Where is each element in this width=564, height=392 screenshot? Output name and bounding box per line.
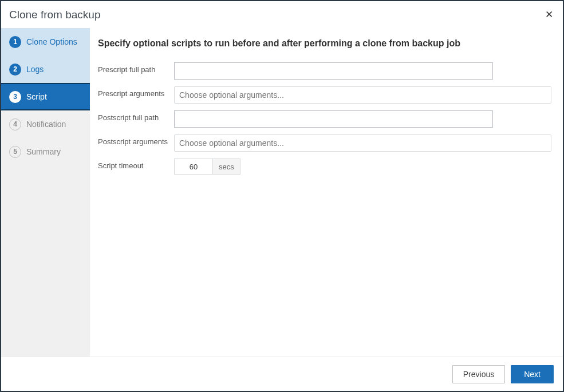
sidebar-item-label: Summary	[26, 147, 61, 156]
step-number-badge: 5	[9, 146, 21, 158]
prescript-args-select[interactable]: Choose optional arguments...	[174, 86, 551, 104]
prescript-args-placeholder: Choose optional arguments...	[179, 90, 284, 100]
postscript-args-row: Postscript arguments Choose optional arg…	[98, 134, 551, 152]
sidebar-item-notification[interactable]: 4 Notification	[1, 110, 90, 138]
postscript-args-label: Postscript arguments	[98, 134, 174, 146]
script-timeout-input[interactable]	[174, 159, 213, 175]
panel-heading: Specify optional scripts to run before a…	[98, 38, 551, 49]
sidebar-item-label: Notification	[26, 120, 66, 129]
clone-from-backup-dialog: Clone from backup ✕ 1 Clone Options 2 Lo…	[0, 0, 564, 392]
sidebar-item-logs[interactable]: 2 Logs	[1, 56, 90, 83]
sidebar-item-script[interactable]: 3 Script	[1, 83, 90, 110]
dialog-header: Clone from backup ✕	[1, 1, 563, 28]
sidebar-item-summary[interactable]: 5 Summary	[1, 138, 90, 165]
step-number-badge: 2	[9, 64, 21, 76]
step-number-badge: 3	[9, 91, 21, 103]
prescript-path-label: Prescript full path	[98, 62, 174, 74]
sidebar-item-label: Clone Options	[26, 37, 77, 46]
wizard-sidebar: 1 Clone Options 2 Logs 3 Script 4 Notifi…	[1, 28, 90, 357]
postscript-path-input[interactable]	[174, 110, 493, 128]
previous-button[interactable]: Previous	[452, 365, 505, 383]
sidebar-item-label: Script	[26, 92, 47, 101]
timeout-unit-label: secs	[213, 159, 240, 175]
prescript-args-row: Prescript arguments Choose optional argu…	[98, 86, 551, 104]
timeout-input-group: secs	[174, 159, 240, 175]
script-timeout-row: Script timeout secs	[98, 159, 551, 175]
sidebar-item-clone-options[interactable]: 1 Clone Options	[1, 28, 90, 56]
postscript-path-row: Postscript full path	[98, 110, 551, 128]
script-timeout-label: Script timeout	[98, 159, 174, 171]
dialog-title: Clone from backup	[9, 9, 100, 21]
postscript-path-label: Postscript full path	[98, 110, 174, 122]
postscript-args-placeholder: Choose optional arguments...	[179, 138, 284, 148]
sidebar-item-label: Logs	[26, 65, 44, 74]
next-button[interactable]: Next	[511, 365, 554, 383]
prescript-args-label: Prescript arguments	[98, 86, 174, 98]
main-panel: Specify optional scripts to run before a…	[90, 28, 563, 357]
prescript-path-row: Prescript full path	[98, 62, 551, 80]
step-number-badge: 1	[9, 36, 21, 48]
close-icon[interactable]: ✕	[543, 10, 555, 19]
postscript-args-select[interactable]: Choose optional arguments...	[174, 134, 551, 152]
prescript-path-input[interactable]	[174, 62, 493, 80]
dialog-body: 1 Clone Options 2 Logs 3 Script 4 Notifi…	[1, 28, 563, 357]
dialog-footer: Previous Next	[1, 357, 563, 391]
step-number-badge: 4	[9, 118, 21, 130]
